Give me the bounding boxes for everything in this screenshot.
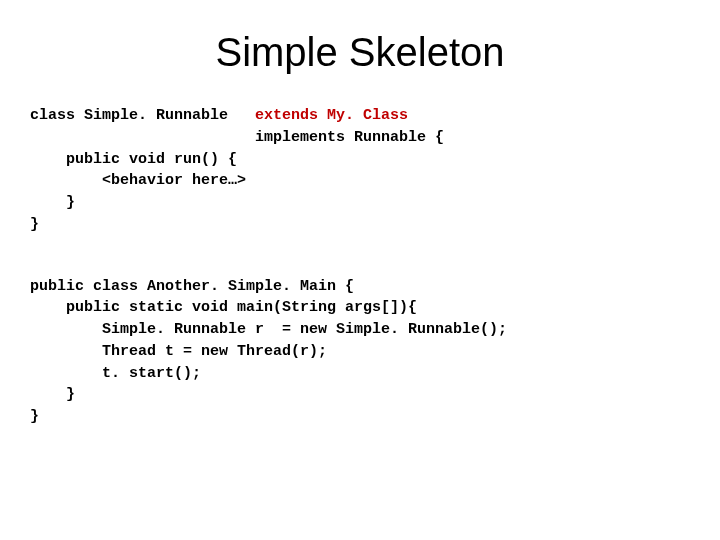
slide: Simple Skeleton class Simple. Runnable e…: [0, 0, 720, 540]
code-line: t. start();: [30, 365, 201, 382]
code-line: public void run() {: [30, 151, 237, 168]
code-line: }: [30, 194, 75, 211]
code-line: implements Runnable {: [255, 129, 444, 146]
code-line: }: [30, 408, 39, 425]
code-line: Thread t = new Thread(r);: [30, 343, 327, 360]
code-line: public class Another. Simple. Main {: [30, 278, 354, 295]
code-line: }: [30, 216, 39, 233]
slide-title: Simple Skeleton: [30, 30, 690, 75]
code-line: public static void main(String args[]){: [30, 299, 417, 316]
code-block-1: class Simple. Runnable extends My. Class…: [30, 105, 690, 236]
code-block-2: public class Another. Simple. Main { pub…: [30, 276, 690, 428]
code-line: <behavior here…>: [30, 172, 246, 189]
code-line: }: [30, 386, 75, 403]
code-line: extends My. Class: [255, 107, 408, 124]
code-line: Simple. Runnable r = new Simple. Runnabl…: [30, 321, 507, 338]
code-line: class Simple. Runnable: [30, 107, 228, 124]
